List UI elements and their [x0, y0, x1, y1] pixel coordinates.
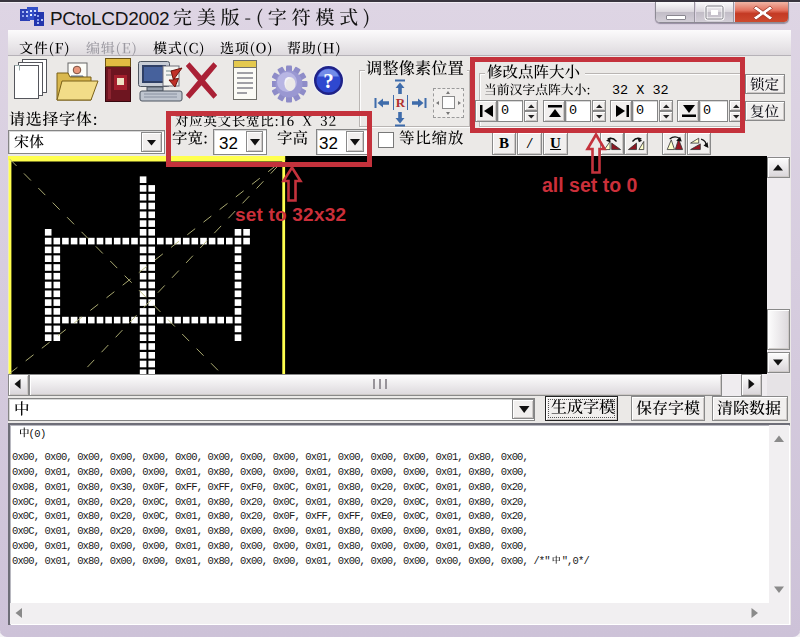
- svg-text:?: ?: [323, 69, 334, 93]
